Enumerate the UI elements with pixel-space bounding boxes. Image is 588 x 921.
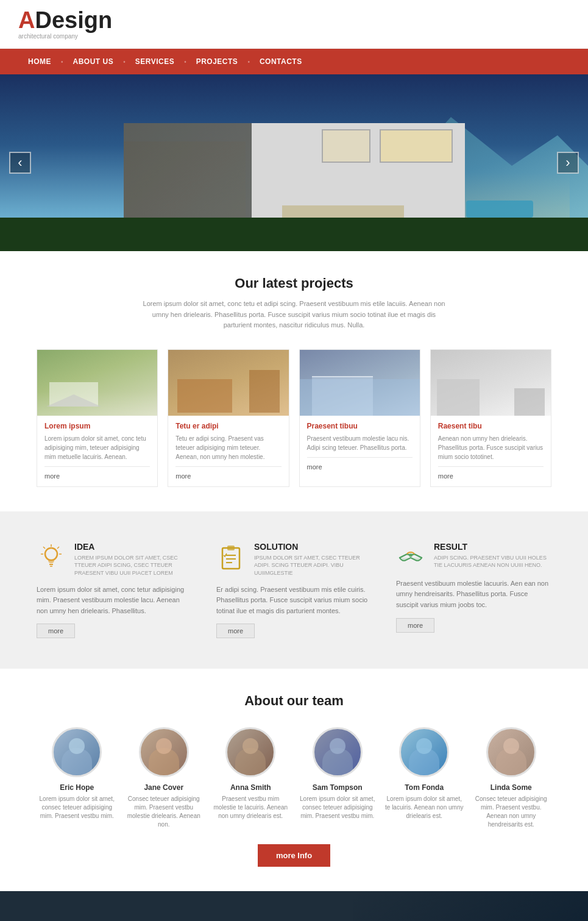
team-desc-4: Lorem ipsum dolor sit amet, consec teteu… <box>297 795 378 820</box>
project-title-3: Praesent tibuu <box>307 422 413 430</box>
solution-desc: Er adipi scing. Praesent vestibuum mis e… <box>216 585 372 617</box>
clipboard-icon <box>216 542 246 571</box>
team-name-2: Jane Cover <box>124 783 205 792</box>
more-info-button[interactable]: more Info <box>258 844 330 867</box>
main-nav: HOME • ABOUT US • SERVICES • PROJECTS • … <box>0 49 588 74</box>
project-more-1[interactable]: more <box>44 472 60 480</box>
svg-point-13 <box>409 553 413 557</box>
team-member-3: Anna Smith Praesent vestbu mim molestie … <box>210 727 291 829</box>
result-icon <box>396 542 425 571</box>
svg-point-0 <box>45 548 57 560</box>
svg-line-5 <box>57 547 59 549</box>
team-desc-2: Consec teteuer adipisiging mim. Praesent… <box>124 795 205 829</box>
project-image-1 <box>37 350 157 416</box>
footer: Our location 8901 Marmora Road Glasgow, … <box>0 891 588 921</box>
avatar-1 <box>52 727 102 777</box>
project-title-2: Tetu er adipi <box>175 422 281 430</box>
svg-line-4 <box>43 547 45 549</box>
feature-solution: SOLUTION IPSUM DOLOR SIT AMET, CSEC TTEU… <box>216 542 372 639</box>
idea-title: IDEA <box>74 542 192 552</box>
project-card-3: Praesent tibuu Praesent vestibuum molest… <box>299 349 420 487</box>
team-cta: more Info <box>37 844 551 867</box>
team-section: About our team Eric Hope Lorem ipsum dol… <box>0 669 588 891</box>
svg-rect-9 <box>227 546 235 550</box>
slider-prev-button[interactable]: ‹ <box>9 152 31 174</box>
hero-slider: ‹ › <box>0 74 588 251</box>
idea-desc: Lorem ipsum dolor sit amet, conc tetur a… <box>37 585 192 617</box>
project-text-4: Aenean non umny hen drielearis. Phaselli… <box>438 434 544 461</box>
nav-item-about[interactable]: ABOUT US <box>63 49 124 74</box>
logo-subtitle: architectural company <box>18 33 112 40</box>
project-more-2[interactable]: more <box>175 472 191 480</box>
team-member-1: Eric Hope Lorem ipsum dolor sit amet, co… <box>37 727 118 829</box>
solution-icon <box>216 542 246 571</box>
projects-description: Lorem ipsum dolor sit amet, conc tetu et… <box>142 299 447 331</box>
avatar-6 <box>486 727 536 777</box>
team-name-3: Anna Smith <box>210 783 291 792</box>
features-grid: IDEA LOREM IPSUM DOLOR SIT AMET, CSEC TT… <box>37 542 551 639</box>
project-card-1: Lorem ipsum Lorem ipsum dolor sit amet, … <box>37 349 158 487</box>
avatar-2 <box>139 727 189 777</box>
project-image-2 <box>168 350 288 416</box>
project-image-3 <box>300 350 420 416</box>
team-member-6: Linda Some Consec teteuer adipisiging mi… <box>471 727 552 829</box>
feature-idea: IDEA LOREM IPSUM DOLOR SIT AMET, CSEC TT… <box>37 542 192 639</box>
team-desc-3: Praesent vestbu mim molestie te lacuiris… <box>210 795 291 820</box>
logo-design: Design <box>35 9 112 32</box>
team-member-5: Tom Fonda Lorem ipsum dolor sit amet, te… <box>384 727 465 829</box>
logo-a: A <box>18 9 35 32</box>
bulb-icon <box>37 542 66 571</box>
project-card-4: Raesent tibu Aenean non umny hen drielea… <box>430 349 551 487</box>
result-more-button[interactable]: more <box>396 618 434 633</box>
project-text-1: Lorem ipsum dolor sit amet, conc tetu ad… <box>44 434 150 461</box>
team-name-1: Eric Hope <box>37 783 118 792</box>
team-name-6: Linda Some <box>471 783 552 792</box>
avatar-4 <box>313 727 363 777</box>
avatar-5 <box>399 727 449 777</box>
projects-grid: Lorem ipsum Lorem ipsum dolor sit amet, … <box>37 349 551 487</box>
result-title: RESULT <box>434 542 551 552</box>
team-member-2: Jane Cover Consec teteuer adipisiging mi… <box>124 727 205 829</box>
section-title-team: About our team <box>37 693 551 709</box>
result-desc: Praesent vestibuum molestie lacuuris. Ae… <box>396 578 551 611</box>
team-member-4: Sam Tompson Lorem ipsum dolor sit amet, … <box>297 727 378 829</box>
project-more-4[interactable]: more <box>438 472 453 480</box>
handshake-icon <box>396 542 425 571</box>
team-desc-5: Lorem ipsum dolor sit amet, te lacuiris.… <box>384 795 465 820</box>
slider-next-button[interactable]: › <box>557 152 579 174</box>
project-image-4 <box>431 350 551 416</box>
project-more-3[interactable]: more <box>307 463 322 471</box>
result-subtitle: ADIPI SCING. PRAESENT VIBU UUII HOLES TI… <box>434 554 551 569</box>
logo[interactable]: A Design architectural company <box>18 9 112 40</box>
nav-item-home[interactable]: HOME <box>18 49 61 74</box>
team-name-5: Tom Fonda <box>384 783 465 792</box>
features-section: IDEA LOREM IPSUM DOLOR SIT AMET, CSEC TT… <box>0 511 588 669</box>
team-name-4: Sam Tompson <box>297 783 378 792</box>
project-card-2: Tetu er adipi Tetu er adipi scing. Praes… <box>168 349 289 487</box>
team-desc-6: Consec teteuer adipisiging mim. Praesent… <box>471 795 552 829</box>
avatar-3 <box>225 727 275 777</box>
idea-subtitle: LOREM IPSUM DOLOR SIT AMET, CSEC TTEUER … <box>74 554 192 577</box>
nav-item-contacts[interactable]: CONTACTS <box>250 49 312 74</box>
team-grid: Eric Hope Lorem ipsum dolor sit amet, co… <box>37 727 551 829</box>
nav-item-services[interactable]: SERVICES <box>126 49 184 74</box>
idea-icon <box>37 542 66 571</box>
solution-title: SOLUTION <box>254 542 372 552</box>
section-title-projects: Our latest projects <box>37 276 551 291</box>
project-title-4: Raesent tibu <box>438 422 544 430</box>
team-desc-1: Lorem ipsum dolor sit amet, consec teteu… <box>37 795 118 820</box>
latest-projects-section: Our latest projects Lorem ipsum dolor si… <box>0 251 588 511</box>
header: A Design architectural company <box>0 0 588 49</box>
solution-more-button[interactable]: more <box>216 624 255 638</box>
solution-subtitle: IPSUM DOLOR SIT AMET, CSEC TTEUER ADIPI.… <box>254 554 372 577</box>
idea-more-button[interactable]: more <box>37 624 75 638</box>
project-text-3: Praesent vestibuum molestie lacu nis. Ad… <box>307 434 413 452</box>
project-text-2: Tetu er adipi scing. Praesent vas teteue… <box>175 434 281 461</box>
project-title-1: Lorem ipsum <box>44 422 150 430</box>
feature-result: RESULT ADIPI SCING. PRAESENT VIBU UUII H… <box>396 542 551 639</box>
nav-item-projects[interactable]: PROJECTS <box>186 49 248 74</box>
